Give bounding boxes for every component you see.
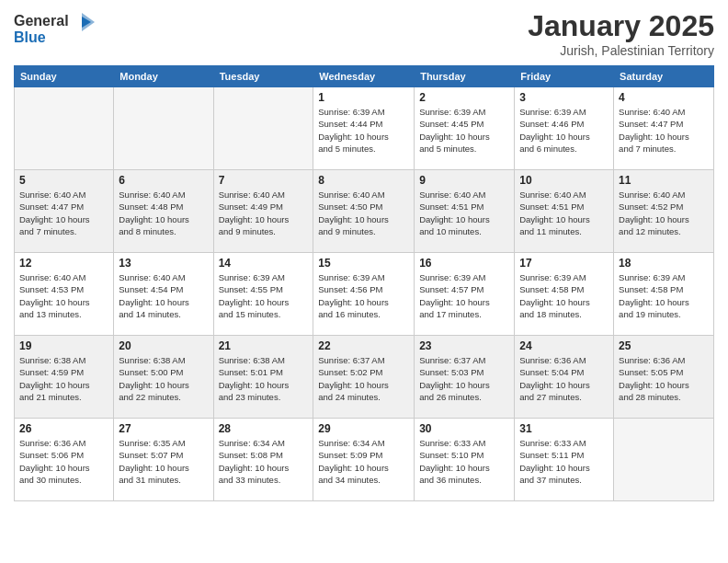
table-row: 8Sunrise: 6:40 AM Sunset: 4:50 PM Daylig… bbox=[313, 170, 415, 253]
table-row: 6Sunrise: 6:40 AM Sunset: 4:48 PM Daylig… bbox=[114, 170, 213, 253]
month-title: January 2025 bbox=[528, 9, 714, 43]
table-row: 3Sunrise: 6:39 AM Sunset: 4:46 PM Daylig… bbox=[515, 87, 614, 170]
table-row: 31Sunrise: 6:33 AM Sunset: 5:11 PM Dayli… bbox=[515, 419, 614, 501]
table-row: 24Sunrise: 6:36 AM Sunset: 5:04 PM Dayli… bbox=[515, 336, 614, 419]
calendar-table: Sunday Monday Tuesday Wednesday Thursday… bbox=[14, 65, 714, 501]
svg-text:General: General bbox=[14, 13, 69, 29]
day-number: 20 bbox=[119, 339, 208, 352]
day-number: 10 bbox=[519, 174, 609, 187]
day-info: Sunrise: 6:37 AM Sunset: 5:03 PM Dayligh… bbox=[419, 354, 509, 403]
day-number: 17 bbox=[519, 257, 609, 270]
day-info: Sunrise: 6:38 AM Sunset: 5:01 PM Dayligh… bbox=[219, 354, 309, 403]
day-info: Sunrise: 6:40 AM Sunset: 4:52 PM Dayligh… bbox=[619, 189, 709, 237]
day-info: Sunrise: 6:39 AM Sunset: 4:57 PM Dayligh… bbox=[419, 271, 509, 320]
day-number: 21 bbox=[219, 339, 309, 352]
header-monday: Monday bbox=[114, 66, 213, 87]
table-row bbox=[114, 87, 213, 170]
title-block: January 2025 Jurish, Palestinian Territo… bbox=[528, 9, 714, 58]
header-tuesday: Tuesday bbox=[213, 66, 313, 87]
day-number: 4 bbox=[619, 91, 709, 104]
table-row: 1Sunrise: 6:39 AM Sunset: 4:44 PM Daylig… bbox=[313, 87, 415, 170]
table-row: 26Sunrise: 6:36 AM Sunset: 5:06 PM Dayli… bbox=[15, 419, 114, 501]
day-info: Sunrise: 6:39 AM Sunset: 4:56 PM Dayligh… bbox=[318, 271, 409, 320]
day-number: 8 bbox=[318, 174, 409, 187]
logo-text: General Blue bbox=[14, 9, 97, 52]
day-number: 27 bbox=[119, 422, 208, 435]
day-number: 28 bbox=[219, 422, 309, 435]
day-info: Sunrise: 6:40 AM Sunset: 4:54 PM Dayligh… bbox=[119, 271, 208, 320]
day-number: 6 bbox=[119, 174, 208, 187]
page: General Blue January 2025 Jurish, Palest… bbox=[0, 0, 728, 563]
table-row: 15Sunrise: 6:39 AM Sunset: 4:56 PM Dayli… bbox=[313, 253, 415, 336]
day-info: Sunrise: 6:33 AM Sunset: 5:11 PM Dayligh… bbox=[519, 437, 609, 486]
calendar-row: 26Sunrise: 6:36 AM Sunset: 5:06 PM Dayli… bbox=[15, 419, 714, 501]
day-info: Sunrise: 6:34 AM Sunset: 5:08 PM Dayligh… bbox=[219, 437, 309, 486]
day-info: Sunrise: 6:40 AM Sunset: 4:48 PM Dayligh… bbox=[119, 189, 208, 237]
day-info: Sunrise: 6:40 AM Sunset: 4:47 PM Dayligh… bbox=[19, 189, 108, 237]
day-info: Sunrise: 6:36 AM Sunset: 5:04 PM Dayligh… bbox=[519, 354, 609, 403]
day-info: Sunrise: 6:33 AM Sunset: 5:10 PM Dayligh… bbox=[419, 437, 509, 486]
table-row: 27Sunrise: 6:35 AM Sunset: 5:07 PM Dayli… bbox=[114, 419, 213, 501]
table-row: 18Sunrise: 6:39 AM Sunset: 4:58 PM Dayli… bbox=[614, 253, 714, 336]
weekday-header-row: Sunday Monday Tuesday Wednesday Thursday… bbox=[15, 66, 714, 87]
table-row: 7Sunrise: 6:40 AM Sunset: 4:49 PM Daylig… bbox=[213, 170, 313, 253]
table-row: 11Sunrise: 6:40 AM Sunset: 4:52 PM Dayli… bbox=[614, 170, 714, 253]
day-info: Sunrise: 6:34 AM Sunset: 5:09 PM Dayligh… bbox=[318, 437, 409, 486]
day-number: 16 bbox=[419, 257, 509, 270]
header-thursday: Thursday bbox=[415, 66, 515, 87]
header: General Blue January 2025 Jurish, Palest… bbox=[14, 9, 714, 58]
logo: General Blue bbox=[14, 9, 97, 52]
day-info: Sunrise: 6:39 AM Sunset: 4:58 PM Dayligh… bbox=[519, 271, 609, 320]
header-friday: Friday bbox=[515, 66, 614, 87]
header-sunday: Sunday bbox=[15, 66, 114, 87]
day-number: 31 bbox=[519, 422, 609, 435]
day-number: 25 bbox=[619, 339, 709, 352]
day-info: Sunrise: 6:40 AM Sunset: 4:51 PM Dayligh… bbox=[419, 189, 509, 237]
day-number: 3 bbox=[519, 91, 609, 104]
table-row: 16Sunrise: 6:39 AM Sunset: 4:57 PM Dayli… bbox=[415, 253, 515, 336]
header-wednesday: Wednesday bbox=[313, 66, 415, 87]
day-number: 30 bbox=[419, 422, 509, 435]
table-row bbox=[15, 87, 114, 170]
table-row: 10Sunrise: 6:40 AM Sunset: 4:51 PM Dayli… bbox=[515, 170, 614, 253]
day-info: Sunrise: 6:39 AM Sunset: 4:55 PM Dayligh… bbox=[219, 271, 309, 320]
table-row bbox=[213, 87, 313, 170]
day-number: 18 bbox=[619, 257, 709, 270]
day-info: Sunrise: 6:39 AM Sunset: 4:44 PM Dayligh… bbox=[318, 106, 409, 155]
calendar-row: 12Sunrise: 6:40 AM Sunset: 4:53 PM Dayli… bbox=[15, 253, 714, 336]
table-row: 9Sunrise: 6:40 AM Sunset: 4:51 PM Daylig… bbox=[415, 170, 515, 253]
location: Jurish, Palestinian Territory bbox=[528, 43, 714, 58]
table-row: 2Sunrise: 6:39 AM Sunset: 4:45 PM Daylig… bbox=[415, 87, 515, 170]
day-info: Sunrise: 6:40 AM Sunset: 4:53 PM Dayligh… bbox=[19, 271, 108, 320]
table-row: 20Sunrise: 6:38 AM Sunset: 5:00 PM Dayli… bbox=[114, 336, 213, 419]
day-number: 26 bbox=[19, 422, 108, 435]
table-row: 23Sunrise: 6:37 AM Sunset: 5:03 PM Dayli… bbox=[415, 336, 515, 419]
svg-text:Blue: Blue bbox=[14, 29, 46, 45]
day-info: Sunrise: 6:40 AM Sunset: 4:50 PM Dayligh… bbox=[318, 189, 409, 237]
table-row: 14Sunrise: 6:39 AM Sunset: 4:55 PM Dayli… bbox=[213, 253, 313, 336]
day-number: 24 bbox=[519, 339, 609, 352]
day-info: Sunrise: 6:39 AM Sunset: 4:46 PM Dayligh… bbox=[519, 106, 609, 155]
table-row: 13Sunrise: 6:40 AM Sunset: 4:54 PM Dayli… bbox=[114, 253, 213, 336]
table-row: 22Sunrise: 6:37 AM Sunset: 5:02 PM Dayli… bbox=[313, 336, 415, 419]
calendar-row: 1Sunrise: 6:39 AM Sunset: 4:44 PM Daylig… bbox=[15, 87, 714, 170]
day-number: 9 bbox=[419, 174, 509, 187]
table-row: 21Sunrise: 6:38 AM Sunset: 5:01 PM Dayli… bbox=[213, 336, 313, 419]
table-row: 17Sunrise: 6:39 AM Sunset: 4:58 PM Dayli… bbox=[515, 253, 614, 336]
day-number: 5 bbox=[19, 174, 108, 187]
svg-marker-3 bbox=[82, 13, 95, 31]
day-number: 11 bbox=[619, 174, 709, 187]
day-number: 14 bbox=[219, 257, 309, 270]
day-info: Sunrise: 6:40 AM Sunset: 4:51 PM Dayligh… bbox=[519, 189, 609, 237]
table-row: 5Sunrise: 6:40 AM Sunset: 4:47 PM Daylig… bbox=[15, 170, 114, 253]
day-info: Sunrise: 6:40 AM Sunset: 4:47 PM Dayligh… bbox=[619, 106, 709, 155]
table-row: 30Sunrise: 6:33 AM Sunset: 5:10 PM Dayli… bbox=[415, 419, 515, 501]
header-saturday: Saturday bbox=[614, 66, 714, 87]
day-info: Sunrise: 6:36 AM Sunset: 5:06 PM Dayligh… bbox=[19, 437, 108, 486]
day-info: Sunrise: 6:36 AM Sunset: 5:05 PM Dayligh… bbox=[619, 354, 709, 403]
table-row: 28Sunrise: 6:34 AM Sunset: 5:08 PM Dayli… bbox=[213, 419, 313, 501]
table-row: 4Sunrise: 6:40 AM Sunset: 4:47 PM Daylig… bbox=[614, 87, 714, 170]
day-number: 1 bbox=[318, 91, 409, 104]
table-row: 29Sunrise: 6:34 AM Sunset: 5:09 PM Dayli… bbox=[313, 419, 415, 501]
day-info: Sunrise: 6:38 AM Sunset: 5:00 PM Dayligh… bbox=[119, 354, 208, 403]
